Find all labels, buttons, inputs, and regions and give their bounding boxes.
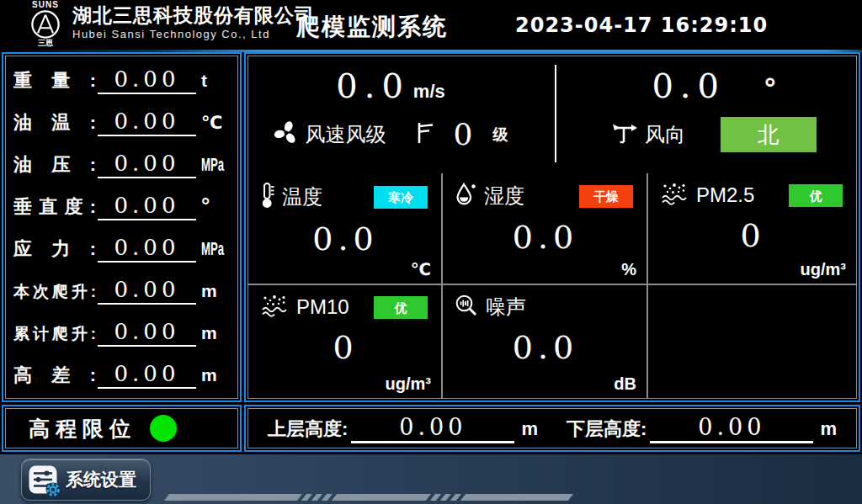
upper-height-unit: m xyxy=(521,418,538,440)
noise-cell: 噪声 0.0 dB xyxy=(443,285,648,398)
measurement-label: 累计爬升: xyxy=(13,323,96,345)
elevation-limit-label: 高程限位 xyxy=(29,415,136,443)
measurement-unit: t xyxy=(201,71,231,91)
wind-speed-label: 风速风级 xyxy=(306,121,386,148)
empty-cell xyxy=(648,285,856,398)
system-settings-button[interactable]: 系统设置 xyxy=(21,459,151,501)
measurement-value: 0.00 xyxy=(98,193,196,220)
measurement-value: 0.00 xyxy=(98,66,196,94)
temperature-status-badge: 寒冷 xyxy=(374,186,428,209)
measurement-row-total-climb: 累计爬升: 0.00 m xyxy=(13,319,231,347)
wind-direction-unit: ° xyxy=(764,72,776,104)
elevation-limit-panel: 高程限位 xyxy=(2,405,242,452)
wind-direction-indicator: 北 xyxy=(721,117,817,152)
temperature-label: 温度 xyxy=(282,183,322,210)
humidity-label: 湿度 xyxy=(484,183,524,210)
measurement-label: 应力: xyxy=(13,236,96,262)
footer-decorative-stripes xyxy=(167,494,571,501)
wind-direction-label: 风向 xyxy=(645,121,685,148)
wind-direction-value: 0.0 xyxy=(652,66,726,105)
upper-height-value: 0.00 xyxy=(351,414,514,443)
measurement-unit: m xyxy=(201,281,231,301)
pm25-cell: PM2.5 优 0 ug/m³ xyxy=(648,173,856,285)
environment-grid: 温度 寒冷 0.0 ℃ 湿度 干燥 xyxy=(248,173,856,398)
fan-icon xyxy=(274,120,299,149)
measurement-row-oil-pressure: 油压: 0.00 MPa xyxy=(13,151,231,178)
page-title: 爬模监测系统 xyxy=(296,11,448,43)
noise-icon xyxy=(455,294,478,321)
header: SUNS 三思 湖北三思科技股份有限公司 Hubei Sansi Technol… xyxy=(0,0,862,50)
layer-heights-panel: 上层高度: 0.00 m 下层高度: 0.00 m xyxy=(244,405,860,452)
wind-level-flag-icon xyxy=(415,120,435,149)
measurement-value: 0.00 xyxy=(98,361,196,389)
droplet-icon xyxy=(455,182,476,210)
lower-height-unit: m xyxy=(820,418,837,440)
elevation-limit-indicator xyxy=(150,415,177,442)
logo-text-top: SUNS xyxy=(24,1,67,9)
dust-icon xyxy=(660,182,689,209)
thermometer-icon xyxy=(260,182,274,212)
measurement-label: 高差: xyxy=(13,363,96,388)
measurements-panel: 重量: 0.00 t 油温: 0.00 ℃ 油压: 0.00 MPa 垂直度: … xyxy=(2,52,242,402)
settings-button-label: 系统设置 xyxy=(66,468,136,491)
wind-section: 0.0 m/s 风速风级 xyxy=(248,56,856,173)
noise-unit: dB xyxy=(614,374,636,394)
pm25-unit: ug/m³ xyxy=(801,260,846,279)
pm10-cell: PM10 优 0 ug/m³ xyxy=(248,285,443,398)
wind-level-value: 0 xyxy=(454,117,473,151)
lower-height-label: 下层高度: xyxy=(567,416,646,442)
temperature-cell: 温度 寒冷 0.0 ℃ xyxy=(248,173,443,285)
company-name-cn: 湖北三思科技股份有限公司 xyxy=(72,4,315,27)
humidity-unit: % xyxy=(621,260,636,279)
measurement-label: 重量: xyxy=(13,68,96,93)
measurement-unit: ℃ xyxy=(201,113,231,133)
company-name-en: Hubei Sansi Technology Co., Ltd xyxy=(72,27,315,42)
measurement-unit: MPa xyxy=(201,238,220,260)
noise-label: 噪声 xyxy=(486,294,526,321)
measurement-unit: m xyxy=(201,365,231,385)
logo-circle-icon xyxy=(30,9,61,40)
humidity-value: 0.0 xyxy=(455,219,636,256)
wind-speed-unit: m/s xyxy=(413,81,445,103)
measurement-row-stress: 应力: 0.00 MPa xyxy=(13,235,231,263)
measurement-row-verticality: 垂直度: 0.00 ° xyxy=(13,193,231,220)
company-name: 湖北三思科技股份有限公司 Hubei Sansi Technology Co.,… xyxy=(72,4,315,42)
footer-bar: 系统设置 xyxy=(0,454,862,504)
measurement-value: 0.00 xyxy=(98,277,196,305)
pm10-unit: ug/m³ xyxy=(386,374,431,394)
company-logo: SUNS 三思 xyxy=(24,1,67,50)
logo-text-bottom: 三思 xyxy=(24,40,67,47)
measurement-row-oil-temp: 油温: 0.00 ℃ xyxy=(13,109,231,136)
measurement-label: 油温: xyxy=(13,110,96,135)
wind-section-divider xyxy=(555,65,556,162)
upper-height-label: 上层高度: xyxy=(268,416,348,442)
temperature-unit: ℃ xyxy=(411,259,431,279)
pm25-label: PM2.5 xyxy=(696,183,754,207)
pm10-label: PM10 xyxy=(296,295,349,319)
measurement-value: 0.00 xyxy=(98,319,196,347)
dust-icon xyxy=(260,294,289,321)
wind-level-unit: 级 xyxy=(492,125,508,145)
upper-height-group: 上层高度: 0.00 m xyxy=(268,414,538,443)
settings-sliders-icon xyxy=(29,465,57,494)
datetime-display: 2023-04-17 16:29:10 xyxy=(515,13,768,37)
humidity-cell: 湿度 干燥 0.0 % xyxy=(443,173,648,285)
wind-direction-block: 0.0 ° 风向 北 xyxy=(533,56,856,173)
pm25-status-badge: 优 xyxy=(789,184,843,207)
pm10-status-badge: 优 xyxy=(374,296,428,319)
pm10-value: 0 xyxy=(260,329,431,366)
measurement-row-height-diff: 高差: 0.00 m xyxy=(13,361,231,389)
measurement-row-current-climb: 本次爬升: 0.00 m xyxy=(13,277,231,305)
measurement-unit: ° xyxy=(201,193,231,219)
lower-height-group: 下层高度: 0.00 m xyxy=(567,414,837,443)
measurement-unit: m xyxy=(201,323,231,343)
lower-height-value: 0.00 xyxy=(650,414,813,443)
temperature-value: 0.0 xyxy=(260,220,431,257)
wind-speed-block: 0.0 m/s 风速风级 xyxy=(248,56,533,173)
measurement-row-weight: 重量: 0.00 t xyxy=(13,66,231,94)
measurement-label: 垂直度: xyxy=(13,194,96,220)
wind-vane-icon xyxy=(611,120,638,149)
climbing-formwork-monitor-screen: SUNS 三思 湖北三思科技股份有限公司 Hubei Sansi Technol… xyxy=(0,0,862,504)
measurement-label: 本次爬升: xyxy=(13,281,96,303)
measurement-value: 0.00 xyxy=(98,109,196,136)
